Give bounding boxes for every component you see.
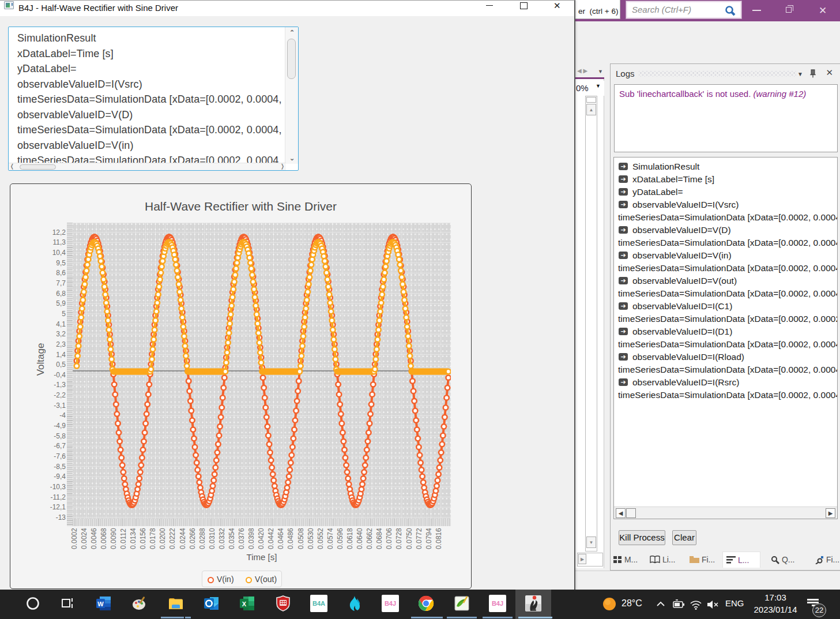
svg-text:X: X [242,601,247,607]
svg-text:W: W [97,601,104,607]
